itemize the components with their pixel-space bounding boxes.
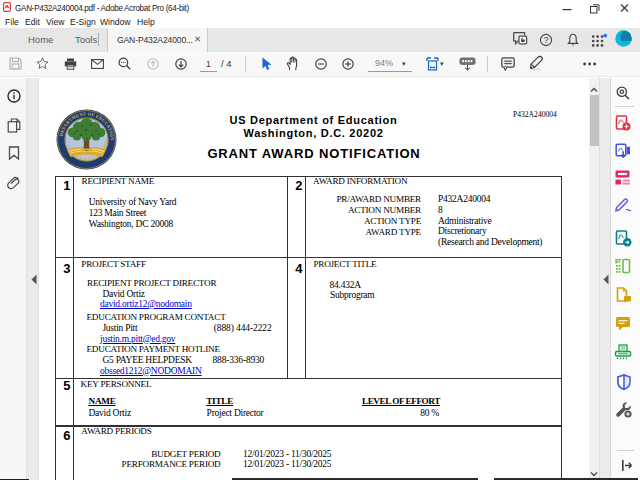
svg-text:?: ?	[544, 35, 549, 45]
